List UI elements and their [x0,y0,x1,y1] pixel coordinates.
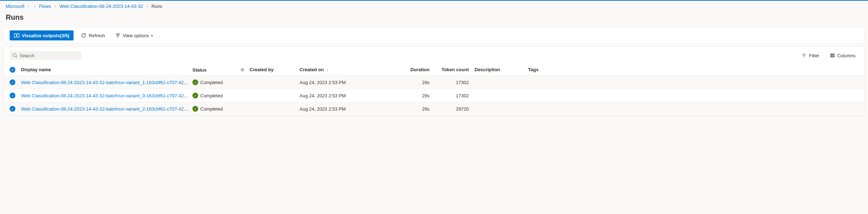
chevron-right-icon: › [53,4,57,8]
view-options-icon [115,33,121,38]
check-circle-icon: ✓ [10,67,15,73]
row-status: ✓ Completed [192,93,235,98]
view-options-label: View options [123,33,149,38]
row-token-count: 17302 [435,93,475,98]
breadcrumb-flow-name[interactable]: Web Classification-08-24-2023-14-43-32 [60,4,143,9]
star-icon: ☆ [240,67,245,72]
svg-rect-1 [17,34,19,37]
filter-actions: Filter Columns [798,50,858,60]
svg-rect-4 [832,54,833,57]
status-text: Completed [200,80,223,85]
run-name-link[interactable]: Web Classification-08-24-2023-14-43-32-b… [21,80,192,85]
filter-icon [801,53,807,58]
check-circle-icon: ✓ [10,93,15,98]
sort-descending-icon: ↓ [325,68,329,72]
success-icon: ✓ [192,79,198,85]
search-icon [12,53,17,58]
header-display-name[interactable]: Display name [21,67,192,73]
breadcrumb-root[interactable]: Microsoft [6,4,25,9]
row-duration: 29s [400,93,435,98]
row-created-on: Aug 24, 2023 2:53 PM [300,106,400,112]
columns-icon [829,53,835,58]
row-status: ✓ Completed [192,79,235,85]
row-status: ✓ Completed [192,106,235,112]
breadcrumb-current: Runs [151,4,162,9]
breadcrumb-flows[interactable]: Flows [39,4,51,9]
header-favorite[interactable]: ☆ [235,67,250,73]
table-row[interactable]: ✓ Web Classification-08-24-2023-14-43-32… [4,76,864,89]
refresh-button[interactable]: Refresh [78,30,108,40]
row-name: Web Classification-08-24-2023-14-43-32-b… [21,106,192,112]
header-created-on[interactable]: Created on ↓ [300,67,400,73]
filter-row: Filter Columns [4,47,864,64]
svg-rect-0 [14,34,16,37]
view-options-button[interactable]: View options ▾ [112,30,156,40]
columns-label: Columns [837,53,856,58]
table-body: ✓ Web Classification-08-24-2023-14-43-32… [4,76,864,116]
refresh-label: Refresh [89,33,105,38]
search-input[interactable] [20,53,78,58]
visualize-icon [14,33,20,38]
run-name-link[interactable]: Web Classification-08-24-2023-14-43-32-b… [21,106,192,112]
chevron-down-icon: ▾ [151,34,153,38]
header-duration[interactable]: Duration [400,67,435,73]
table-header: ✓ Display name Status ☆ Created by Creat… [4,64,864,76]
toolbar: Visualize outputs(3/5) Refresh View opti… [4,27,864,44]
table-row[interactable]: ✓ Web Classification-08-24-2023-14-43-32… [4,102,864,116]
header-tags[interactable]: Tags [528,67,571,73]
header-description[interactable]: Description [475,67,528,73]
row-select[interactable]: ✓ [10,93,21,98]
row-select[interactable]: ✓ [10,106,21,112]
svg-point-2 [13,54,16,57]
row-created-on: Aug 24, 2023 2:53 PM [300,93,400,98]
visualize-outputs-button[interactable]: Visualize outputs(3/5) [10,30,74,40]
search-box[interactable] [10,51,81,60]
check-circle-icon: ✓ [10,106,15,112]
row-name: Web Classification-08-24-2023-14-43-32-b… [21,93,192,98]
row-duration: 29s [400,106,435,112]
status-text: Completed [200,93,223,98]
success-icon: ✓ [192,93,198,98]
row-name: Web Classification-08-24-2023-14-43-32-b… [21,80,192,85]
status-text: Completed [200,106,223,112]
run-name-link[interactable]: Web Classification-08-24-2023-14-43-32-b… [21,93,192,98]
breadcrumb: Microsoft › › Flows › Web Classification… [0,1,868,12]
header-created-by[interactable]: Created by [250,67,300,73]
header-select-all[interactable]: ✓ [10,67,21,73]
filter-button[interactable]: Filter [798,50,822,60]
check-circle-icon: ✓ [10,79,15,85]
row-duration: 29s [400,80,435,85]
row-select[interactable]: ✓ [10,79,21,85]
page-title: Runs [0,12,868,27]
chevron-right-icon: › [145,4,149,8]
svg-rect-3 [830,54,831,57]
filter-label: Filter [809,53,819,58]
header-created-on-label: Created on [300,67,324,72]
runs-table: ✓ Display name Status ☆ Created by Creat… [4,64,864,116]
visualize-outputs-label: Visualize outputs(3/5) [22,33,69,38]
chevron-right-icon: › [27,4,31,8]
row-created-on: Aug 24, 2023 2:53 PM [300,80,400,85]
row-token-count: 17302 [435,80,475,85]
table-row[interactable]: ✓ Web Classification-08-24-2023-14-43-32… [4,89,864,102]
chevron-right-icon: › [33,4,37,8]
header-token-count[interactable]: Token count [435,67,475,73]
success-icon: ✓ [192,106,198,112]
header-status[interactable]: Status [192,67,235,73]
columns-button[interactable]: Columns [827,50,858,60]
refresh-icon [81,33,86,38]
svg-rect-5 [833,54,834,57]
content-card: Filter Columns ✓ Display name Status [4,47,864,116]
row-token-count: 29720 [435,106,475,112]
